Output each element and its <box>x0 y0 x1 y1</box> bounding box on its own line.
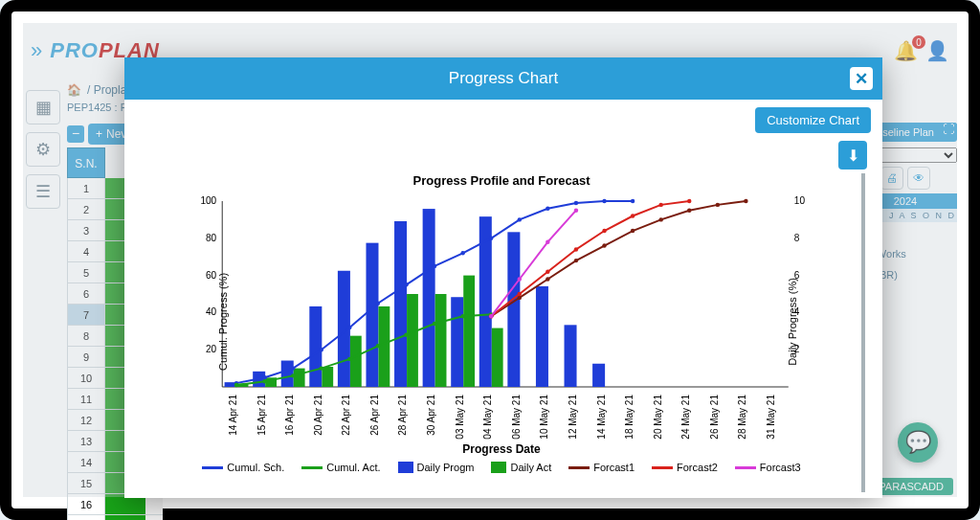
svg-point-66 <box>347 326 351 329</box>
svg-rect-48 <box>507 232 520 387</box>
legend-item: Forcast3 <box>735 462 801 473</box>
svg-point-65 <box>320 348 323 351</box>
svg-point-85 <box>460 314 464 318</box>
svg-point-91 <box>602 243 606 247</box>
svg-point-69 <box>433 264 436 268</box>
svg-text:03 May 21: 03 May 21 <box>455 395 465 440</box>
svg-text:18 May 21: 18 May 21 <box>624 395 635 440</box>
svg-point-100 <box>574 247 578 251</box>
svg-point-103 <box>658 203 662 207</box>
svg-point-99 <box>546 270 549 274</box>
svg-point-94 <box>687 209 691 213</box>
svg-text:100: 100 <box>200 195 216 206</box>
svg-point-71 <box>489 237 493 240</box>
svg-text:12 May 21: 12 May 21 <box>568 395 578 440</box>
svg-point-83 <box>404 332 408 336</box>
progress-chart-modal: Progress Chart ✕ Customize Chart ⬇ Progr… <box>124 57 882 498</box>
y-axis-right-label: Daily Progress (%) <box>787 278 798 366</box>
svg-point-106 <box>518 277 522 281</box>
x-axis-label: Progress Date <box>142 442 861 456</box>
svg-point-70 <box>460 251 464 255</box>
svg-text:31 May 21: 31 May 21 <box>766 395 776 440</box>
svg-point-72 <box>518 217 522 221</box>
modal-header: Progress Chart ✕ <box>124 57 882 100</box>
svg-rect-51 <box>592 364 605 387</box>
chart-legend: Cumul. Sch.Cumul. Act.Daily ProgmDaily A… <box>142 456 861 473</box>
svg-point-79 <box>291 373 295 377</box>
svg-point-107 <box>546 239 549 243</box>
svg-text:28 May 21: 28 May 21 <box>737 395 747 440</box>
svg-point-82 <box>376 344 380 348</box>
gantt-row[interactable] <box>105 515 163 520</box>
svg-rect-56 <box>350 336 362 387</box>
svg-text:24 May 21: 24 May 21 <box>680 395 691 440</box>
svg-text:20 May 21: 20 May 21 <box>653 395 663 440</box>
chart-title: Progress Profile and Forecast <box>142 173 861 188</box>
svg-point-64 <box>291 366 295 370</box>
svg-text:20: 20 <box>206 344 217 354</box>
table-row[interactable]: 17 <box>67 515 105 520</box>
progress-chart: Progress Profile and Forecast Cumul. Pro… <box>142 173 861 492</box>
legend-item: Daily Act <box>491 462 551 473</box>
svg-text:22 Apr 21: 22 Apr 21 <box>341 395 351 436</box>
legend-item: Forcast2 <box>652 462 718 473</box>
svg-rect-50 <box>565 325 577 387</box>
svg-point-63 <box>262 375 266 379</box>
svg-text:06 May 21: 06 May 21 <box>511 395 522 440</box>
svg-point-74 <box>574 201 578 205</box>
table-row[interactable]: 16 <box>67 494 105 515</box>
svg-point-93 <box>658 217 662 221</box>
chart-container: Progress Profile and Forecast Cumul. Pro… <box>142 173 865 492</box>
svg-point-96 <box>744 199 747 203</box>
svg-point-75 <box>602 199 606 203</box>
svg-point-67 <box>376 302 380 305</box>
svg-text:40: 40 <box>206 306 217 317</box>
svg-text:26 May 21: 26 May 21 <box>709 395 720 440</box>
svg-rect-44 <box>394 221 407 387</box>
svg-text:28 Apr 21: 28 Apr 21 <box>397 395 408 436</box>
svg-point-81 <box>347 357 351 361</box>
svg-point-80 <box>320 366 323 370</box>
svg-point-104 <box>687 199 691 203</box>
svg-point-98 <box>518 292 522 296</box>
svg-text:8: 8 <box>794 233 800 243</box>
svg-text:15 Apr 21: 15 Apr 21 <box>256 395 267 436</box>
svg-point-84 <box>433 322 436 326</box>
svg-point-68 <box>404 283 408 286</box>
svg-point-92 <box>631 229 635 233</box>
legend-item: Daily Progm <box>398 462 475 473</box>
svg-point-108 <box>574 209 578 213</box>
svg-rect-57 <box>378 306 390 387</box>
svg-rect-61 <box>492 328 503 387</box>
svg-point-73 <box>546 207 549 211</box>
legend-item: Cumul. Sch. <box>202 462 284 473</box>
svg-text:20 Apr 21: 20 Apr 21 <box>313 395 323 436</box>
svg-rect-41 <box>309 306 322 387</box>
customize-chart-button[interactable]: Customize Chart <box>755 107 871 133</box>
svg-text:26 Apr 21: 26 Apr 21 <box>369 395 380 436</box>
svg-text:10 May 21: 10 May 21 <box>539 395 549 440</box>
svg-point-95 <box>716 203 720 207</box>
close-icon[interactable]: ✕ <box>850 67 873 90</box>
svg-rect-49 <box>536 286 548 387</box>
svg-text:30 Apr 21: 30 Apr 21 <box>426 395 436 436</box>
svg-rect-60 <box>463 276 475 387</box>
svg-text:04 May 21: 04 May 21 <box>482 395 493 440</box>
svg-point-76 <box>631 199 635 203</box>
svg-rect-46 <box>451 297 463 387</box>
svg-point-77 <box>234 383 238 387</box>
svg-text:14 Apr 21: 14 Apr 21 <box>228 395 238 436</box>
legend-item: Cumul. Act. <box>301 462 380 473</box>
svg-rect-43 <box>366 243 378 387</box>
chart-svg: 2040608010024681014 Apr 2115 Apr 2116 Ap… <box>188 192 823 441</box>
svg-point-78 <box>262 379 266 383</box>
svg-text:60: 60 <box>206 270 217 281</box>
svg-text:80: 80 <box>206 233 217 243</box>
y-axis-left-label: Cumul. Progress (%) <box>217 273 229 371</box>
download-icon[interactable]: ⬇ <box>838 141 867 170</box>
svg-point-102 <box>631 214 635 217</box>
svg-rect-58 <box>407 294 418 387</box>
svg-text:14 May 21: 14 May 21 <box>595 395 606 440</box>
svg-point-90 <box>574 259 578 262</box>
modal-title: Progress Chart <box>449 69 558 88</box>
